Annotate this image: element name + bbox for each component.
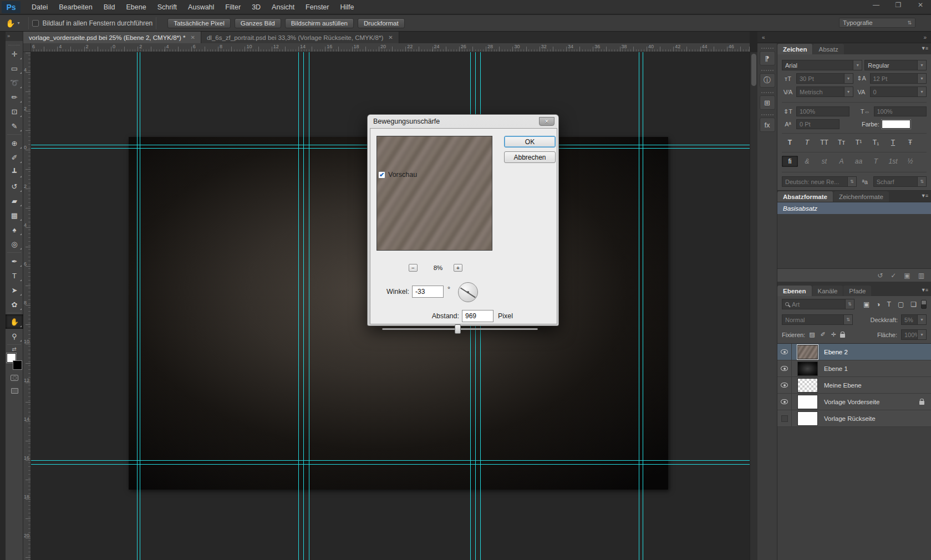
- menu-schrift[interactable]: Schrift: [152, 1, 182, 13]
- panel-menu-icon[interactable]: ▼≡: [921, 45, 928, 51]
- layer-row[interactable]: Vorlage Rückseite: [777, 410, 931, 427]
- crop-tool[interactable]: ⊡: [6, 104, 23, 119]
- layer-thumbnail[interactable]: [797, 395, 818, 409]
- leading-select[interactable]: 12 Pt ▾: [870, 73, 927, 84]
- paragraph-style-item[interactable]: Basisabsatz: [777, 202, 931, 214]
- distance-input[interactable]: 969: [462, 310, 494, 322]
- font-style-select[interactable]: Regular ▾: [864, 60, 927, 70]
- tab-kanaele[interactable]: Kanäle: [812, 286, 843, 296]
- preview-zoom-in-button[interactable]: +: [454, 264, 462, 272]
- layer-row[interactable]: Meine Ebene: [777, 377, 931, 394]
- updown-arrows-icon[interactable]: ⇅: [844, 314, 853, 325]
- titling-alternates-button[interactable]: T: [868, 156, 884, 167]
- updown-arrows-icon[interactable]: ⇅: [846, 299, 854, 309]
- document-tab[interactable]: vorlage_vorderseite.psd bei 25% (Ebene 2…: [23, 32, 201, 43]
- eye-icon[interactable]: [781, 366, 788, 371]
- vertical-scrollbar[interactable]: [750, 52, 757, 560]
- scroll-all-windows-option[interactable]: Bildlauf in allen Fenstern durchführen: [32, 19, 152, 27]
- guide-horizontal[interactable]: [31, 460, 750, 461]
- antialias-select[interactable]: Scharf ⇅: [873, 176, 927, 187]
- visibility-cell[interactable]: [777, 394, 792, 410]
- fill-select[interactable]: 100% ▾: [901, 329, 927, 340]
- scrollbar-thumb[interactable]: [751, 54, 756, 86]
- options-button[interactable]: Bildschirm ausfüllen: [285, 18, 354, 28]
- slider-thumb[interactable]: [455, 324, 461, 334]
- visibility-cell[interactable]: [777, 360, 792, 377]
- document-tab[interactable]: dl_6s_zf_portrait.psd bei 33,3% (Vorlage…: [201, 32, 399, 43]
- chevron-down-icon[interactable]: ▾: [844, 86, 853, 97]
- menu-3d[interactable]: 3D: [246, 1, 266, 13]
- eye-icon[interactable]: [781, 399, 788, 404]
- preview-zoom-out-button[interactable]: −: [409, 264, 418, 272]
- updown-arrows-icon[interactable]: ⇅: [918, 176, 927, 187]
- tab-absatzformate[interactable]: Absatzformate: [777, 191, 833, 202]
- language-select[interactable]: Deutsch: neue Re... ⇅: [782, 176, 857, 187]
- angle-input[interactable]: -33: [412, 286, 444, 298]
- angle-dial[interactable]: [458, 282, 478, 302]
- type-tool[interactable]: T: [6, 268, 23, 283]
- menu-ansicht[interactable]: Ansicht: [266, 1, 300, 13]
- scroll-all-windows-checkbox[interactable]: [32, 20, 39, 27]
- menu-hilfe[interactable]: Hilfe: [335, 1, 360, 13]
- chevron-down-icon[interactable]: ▾: [918, 73, 927, 84]
- lock-all-icon[interactable]: [840, 334, 845, 338]
- dodge-tool[interactable]: ◎: [6, 237, 23, 251]
- panel-drag-grip[interactable]: [761, 114, 774, 115]
- healing-brush-tool[interactable]: ⊕: [6, 136, 23, 150]
- close-button[interactable]: ✕: [913, 1, 928, 9]
- vertical-scale-field[interactable]: 100%: [796, 106, 849, 116]
- strikethrough-button[interactable]: Ŧ: [902, 137, 918, 148]
- baseline-shift-field[interactable]: 0 Pt: [796, 119, 840, 129]
- tools-drag-grip[interactable]: [8, 42, 20, 45]
- visibility-cell[interactable]: [777, 377, 792, 394]
- tab-close-icon[interactable]: ✕: [191, 34, 195, 40]
- chevron-down-icon[interactable]: ▾: [853, 60, 862, 70]
- hand-tool[interactable]: ✋: [6, 314, 23, 329]
- horizontal-scale-field[interactable]: 100%: [874, 106, 927, 116]
- menu-ebene[interactable]: Ebene: [121, 1, 152, 13]
- quick-selection-tool[interactable]: ✏: [6, 90, 23, 104]
- layer-thumbnail[interactable]: [797, 362, 818, 376]
- updown-arrows-icon[interactable]: ⇅: [848, 176, 857, 187]
- lock-pixels-icon[interactable]: ✐: [821, 331, 826, 338]
- history-brush-tool[interactable]: ↺: [6, 179, 23, 194]
- visibility-cell[interactable]: [777, 344, 792, 360]
- vertical-ruler[interactable]: 4202468101214161820: [23, 52, 31, 560]
- filter-preview[interactable]: [377, 136, 492, 251]
- collapse-panels-icon[interactable]: «: [762, 34, 765, 40]
- layer-row[interactable]: Ebene 1: [777, 360, 931, 377]
- eye-icon[interactable]: [781, 349, 788, 354]
- layer-row[interactable]: Ebene 2: [777, 344, 931, 360]
- filter-shape-layers-icon[interactable]: ▢: [898, 301, 904, 308]
- tab-ebenen[interactable]: Ebenen: [777, 286, 812, 296]
- filter-type-layers-icon[interactable]: T: [887, 301, 891, 308]
- character-styles-panel-icon[interactable]: ⊞: [760, 95, 775, 110]
- menu-fenster[interactable]: Fenster: [300, 1, 334, 13]
- guide-vertical[interactable]: [643, 52, 643, 560]
- stylistic-alternates-button[interactable]: aa: [851, 156, 867, 167]
- tracking-select[interactable]: 0 ▾: [870, 86, 927, 97]
- tool-preset-picker[interactable]: ✋ ▾: [0, 19, 25, 28]
- blur-tool[interactable]: ♠: [6, 222, 23, 237]
- gradient-tool[interactable]: ▩: [6, 208, 23, 222]
- chevron-down-icon[interactable]: ▾: [918, 60, 927, 70]
- chevron-down-icon[interactable]: ▾: [918, 86, 927, 97]
- menu-bild[interactable]: Bild: [98, 1, 121, 13]
- restore-button[interactable]: ❐: [891, 1, 905, 9]
- quick-mask-button[interactable]: [6, 371, 23, 384]
- menu-bearbeiten[interactable]: Bearbeiten: [53, 1, 98, 13]
- underline-button[interactable]: T: [885, 137, 901, 148]
- small-caps-button[interactable]: Tᴛ: [833, 137, 849, 148]
- dialog-close-button[interactable]: ✕: [539, 117, 554, 126]
- custom-shape-tool[interactable]: ✿: [6, 297, 23, 312]
- panel-drag-grip[interactable]: [761, 92, 774, 93]
- ok-button[interactable]: OK: [504, 136, 556, 147]
- minimize-button[interactable]: —: [869, 1, 883, 9]
- guide-vertical[interactable]: [639, 52, 639, 560]
- layer-thumbnail[interactable]: [797, 411, 818, 426]
- guide-vertical[interactable]: [303, 52, 304, 560]
- panel-drag-grip[interactable]: [761, 48, 774, 49]
- delete-style-icon[interactable]: ▥: [918, 272, 924, 279]
- pen-tool[interactable]: ✒: [6, 254, 23, 268]
- eraser-tool[interactable]: ▰: [6, 194, 23, 208]
